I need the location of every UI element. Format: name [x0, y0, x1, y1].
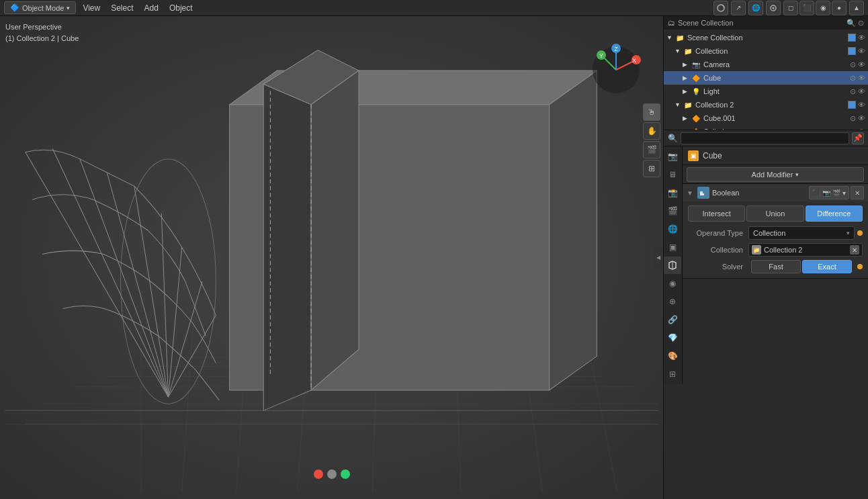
- scene-collection-arrow[interactable]: ▼: [666, 34, 675, 41]
- outliner-row-light[interactable]: ▶ 💡 Light ⊙ 👁: [664, 85, 868, 98]
- rendered-mode-icon[interactable]: ●: [832, 1, 847, 15]
- tab-particles[interactable]: ◉: [664, 275, 681, 292]
- cube-label: Cube: [703, 74, 850, 82]
- add-modifier-btn[interactable]: Add Modifier ▾: [687, 167, 864, 182]
- object-mode-dropdown[interactable]: 🔷 Object Mode ▾: [4, 1, 76, 14]
- select-tool-btn[interactable]: 🖱: [643, 103, 660, 121]
- light-filter-icon[interactable]: ⊙: [850, 87, 856, 96]
- camera-tool-btn[interactable]: 🎬: [643, 141, 660, 158]
- panel-collapse-handle[interactable]: ◀: [655, 244, 662, 271]
- tab-output[interactable]: 🖥: [664, 166, 681, 183]
- outliner-row-collection[interactable]: ▼ 📁 Collection 👁: [664, 44, 868, 58]
- tab-physics[interactable]: ⊕: [664, 293, 681, 310]
- cube001-arrow[interactable]: ▶: [683, 115, 691, 122]
- outliner-row-scene-collection[interactable]: ▼ 📁 Scene Collection 👁: [664, 31, 868, 44]
- tab-shaderfx[interactable]: ⊞: [664, 365, 681, 383]
- light-label: Light: [703, 87, 850, 95]
- add-modifier-row: Add Modifier ▾: [683, 165, 868, 184]
- solver-label: Solver: [688, 263, 748, 271]
- draw-mode-icon[interactable]: ◻: [783, 1, 798, 15]
- scene-collection-vis[interactable]: 👁: [858, 34, 865, 42]
- tab-render[interactable]: 📷: [664, 148, 681, 165]
- dot-red: [314, 469, 323, 479]
- exact-solver-btn[interactable]: Exact: [802, 260, 852, 273]
- outliner-row-cube[interactable]: ▶ 🔶 Cube ⊙ 👁: [664, 71, 868, 85]
- cube-arrow[interactable]: ▶: [683, 75, 691, 81]
- light-vis[interactable]: 👁: [858, 87, 865, 95]
- grid-tool-btn[interactable]: ⊞: [643, 160, 660, 177]
- material-mode-icon[interactable]: ◉: [816, 1, 830, 15]
- viewport[interactable]: User Perspective (1) Collection 2 | Cube…: [0, 16, 663, 499]
- cube-filter-icon[interactable]: ⊙: [850, 74, 856, 83]
- collection-arrow[interactable]: ▼: [675, 48, 683, 54]
- outliner-filter-icon[interactable]: ⊙: [858, 19, 864, 28]
- cube-actions: ⊙ 👁: [850, 74, 865, 83]
- collection-value-text: Collection 2: [764, 246, 802, 254]
- modifier-display-dropdown[interactable]: ⬛ 📷 🎬 ▾: [809, 186, 849, 199]
- collection-vis[interactable]: 👁: [858, 47, 865, 55]
- modifier-move-down-btn[interactable]: ✕: [851, 186, 864, 199]
- outliner-title: Scene Collection: [678, 19, 734, 27]
- svg-rect-49: [703, 189, 707, 193]
- camera-filter-icon[interactable]: ⊙: [850, 60, 856, 69]
- light-arrow[interactable]: ▶: [683, 88, 691, 95]
- tab-view-layer[interactable]: 📸: [664, 184, 681, 201]
- tab-modifiers[interactable]: [664, 257, 681, 274]
- union-btn[interactable]: Union: [746, 206, 804, 222]
- collection-actions: 👁: [846, 47, 865, 55]
- menu-object[interactable]: Object: [165, 2, 197, 14]
- tab-world[interactable]: 🌐: [664, 220, 681, 238]
- boolean-modifier-card: ▼ Boolean ⬛: [683, 184, 868, 279]
- navigation-gizmo[interactable]: X Y Z: [589, 43, 643, 97]
- viewport-bg: User Perspective (1) Collection 2 | Cube…: [0, 16, 663, 499]
- collection-value-field[interactable]: 📁 Collection 2 ✕: [748, 243, 863, 257]
- operand-type-dropdown[interactable]: Collection ▾: [748, 226, 855, 240]
- tab-data[interactable]: 💎: [664, 329, 681, 347]
- camera-arrow[interactable]: ▶: [683, 61, 691, 68]
- tab-material[interactable]: 🎨: [664, 347, 681, 365]
- menu-view[interactable]: View: [79, 2, 104, 14]
- solver-buttons: Fast Exact: [751, 260, 852, 273]
- camera-vis[interactable]: 👁: [858, 60, 865, 69]
- collection2-vis[interactable]: 👁: [858, 101, 865, 109]
- menu-add[interactable]: Add: [140, 2, 163, 14]
- tab-constraints[interactable]: 🔗: [664, 311, 681, 328]
- menu-select[interactable]: Select: [107, 2, 137, 14]
- cube-vis[interactable]: 👁: [858, 74, 865, 82]
- collection2-arrow[interactable]: ▼: [675, 101, 683, 108]
- collection-clear-btn[interactable]: ✕: [850, 245, 859, 255]
- tab-scene[interactable]: 🎬: [664, 202, 681, 220]
- cube001-filter-icon[interactable]: ⊙: [850, 114, 856, 123]
- modifier-collapse-arrow[interactable]: ▼: [687, 189, 695, 197]
- proportional-edit-icon[interactable]: [766, 1, 781, 15]
- intersect-btn[interactable]: Intersect: [688, 206, 745, 222]
- outliner-search-icon[interactable]: 🔍: [847, 19, 856, 28]
- outliner-row-cylinder[interactable]: ▶ 🔶 Cylinder ⊙ 👁: [664, 125, 868, 130]
- viewport-overlay-icon[interactable]: ↗: [731, 1, 746, 15]
- collection2-checkbox[interactable]: [848, 101, 856, 109]
- difference-btn[interactable]: Difference: [806, 206, 863, 222]
- collection2-label: Collection 2: [695, 101, 846, 109]
- cube001-vis[interactable]: 👁: [858, 114, 865, 122]
- svg-text:Y: Y: [599, 52, 603, 59]
- solid-mode-icon[interactable]: ⬛: [799, 1, 814, 15]
- pin-button[interactable]: 📌: [852, 132, 864, 144]
- collection-checkbox[interactable]: [848, 47, 856, 55]
- scene-collection-label: Scene Collection: [687, 34, 846, 42]
- svg-line-10: [182, 288, 196, 492]
- outliner-row-collection2[interactable]: ▼ 📁 Collection 2 👁: [664, 98, 868, 111]
- fast-solver-btn[interactable]: Fast: [751, 260, 801, 273]
- right-panel: 🗂 Scene Collection 🔍 ⊙ ▼ 📁 Scene Collect…: [663, 16, 868, 499]
- main-area: User Perspective (1) Collection 2 | Cube…: [0, 16, 868, 499]
- move-tool-btn[interactable]: ✋: [643, 122, 660, 140]
- snap-icon[interactable]: 🌐: [748, 1, 763, 15]
- outliner-row-camera[interactable]: ▶ 📷 Camera ⊙ 👁: [664, 58, 868, 71]
- light-icon: 💡: [691, 86, 701, 97]
- tab-object[interactable]: ▣: [664, 238, 681, 256]
- scene-collection-checkbox[interactable]: [848, 34, 856, 42]
- cube001-icon: 🔶: [691, 113, 701, 124]
- expand-icon[interactable]: ▲: [849, 1, 864, 15]
- outliner-row-cube001[interactable]: ▶ 🔶 Cube.001 ⊙ 👁: [664, 111, 868, 125]
- properties-search-input[interactable]: [681, 132, 849, 144]
- viewport-shading-icon[interactable]: [713, 1, 728, 15]
